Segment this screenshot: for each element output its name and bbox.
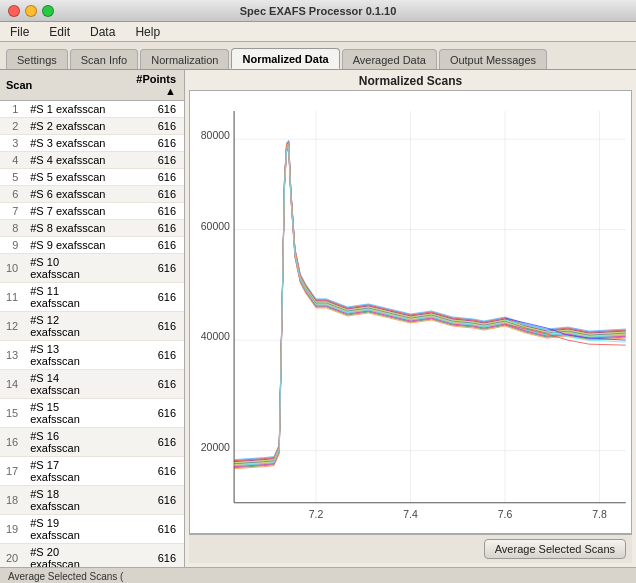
svg-text:40000: 40000 (201, 331, 230, 342)
row-number: 20 (0, 544, 24, 568)
scan-points: 616 (117, 152, 184, 169)
title-bar: Spec EXAFS Processor 0.1.10 (0, 0, 636, 22)
row-number: 17 (0, 457, 24, 486)
minimize-button[interactable] (25, 5, 37, 17)
row-number: 15 (0, 399, 24, 428)
scan-points: 616 (117, 457, 184, 486)
scan-points: 616 (117, 101, 184, 118)
tab-output-messages[interactable]: Output Messages (439, 49, 547, 69)
row-number: 19 (0, 515, 24, 544)
col-header-scan: Scan (0, 70, 117, 101)
scan-name: #S 9 exafsscan (24, 237, 116, 254)
scan-name: #S 17 exafsscan (24, 457, 116, 486)
menu-data[interactable]: Data (86, 24, 119, 40)
menu-bar: File Edit Data Help (0, 22, 636, 42)
table-row[interactable]: 6 #S 6 exafsscan 616 (0, 186, 184, 203)
scan-points: 616 (117, 515, 184, 544)
table-row[interactable]: 10 #S 10 exafsscan 616 (0, 254, 184, 283)
scan-name: #S 1 exafsscan (24, 101, 116, 118)
scan-points: 616 (117, 370, 184, 399)
table-row[interactable]: 18 #S 18 exafsscan 616 (0, 486, 184, 515)
menu-help[interactable]: Help (131, 24, 164, 40)
row-number: 13 (0, 341, 24, 370)
table-row[interactable]: 9 #S 9 exafsscan 616 (0, 237, 184, 254)
scan-points: 616 (117, 254, 184, 283)
row-number: 18 (0, 486, 24, 515)
table-row[interactable]: 20 #S 20 exafsscan 616 (0, 544, 184, 568)
status-left: Average Selected Scans ( (8, 571, 123, 582)
window-title: Spec EXAFS Processor 0.1.10 (240, 5, 397, 17)
tab-normalized-data[interactable]: Normalized Data (231, 48, 339, 69)
table-row[interactable]: 12 #S 12 exafsscan 616 (0, 312, 184, 341)
table-row[interactable]: 4 #S 4 exafsscan 616 (0, 152, 184, 169)
tab-scan-info[interactable]: Scan Info (70, 49, 138, 69)
title-bar-buttons (8, 5, 54, 17)
tab-normalization[interactable]: Normalization (140, 49, 229, 69)
table-row[interactable]: 7 #S 7 exafsscan 616 (0, 203, 184, 220)
tab-averaged-data[interactable]: Averaged Data (342, 49, 437, 69)
menu-file[interactable]: File (6, 24, 33, 40)
scan-points: 616 (117, 169, 184, 186)
table-row[interactable]: 3 #S 3 exafsscan 616 (0, 135, 184, 152)
scan-points: 616 (117, 118, 184, 135)
table-row[interactable]: 2 #S 2 exafsscan 616 (0, 118, 184, 135)
scan-name: #S 18 exafsscan (24, 486, 116, 515)
table-row[interactable]: 15 #S 15 exafsscan 616 (0, 399, 184, 428)
scan-name: #S 7 exafsscan (24, 203, 116, 220)
scan-name: #S 6 exafsscan (24, 186, 116, 203)
table-row[interactable]: 16 #S 16 exafsscan 616 (0, 428, 184, 457)
scan-name: #S 3 exafsscan (24, 135, 116, 152)
row-number: 9 (0, 237, 24, 254)
maximize-button[interactable] (42, 5, 54, 17)
scan-name: #S 20 exafsscan (24, 544, 116, 568)
scan-name: #S 16 exafsscan (24, 428, 116, 457)
table-row[interactable]: 17 #S 17 exafsscan 616 (0, 457, 184, 486)
svg-text:80000: 80000 (201, 130, 230, 141)
table-row[interactable]: 1 #S 1 exafsscan 616 (0, 101, 184, 118)
col-header-points: #Points ▲ (117, 70, 184, 101)
scan-name: #S 14 exafsscan (24, 370, 116, 399)
table-row[interactable]: 5 #S 5 exafsscan 616 (0, 169, 184, 186)
row-number: 1 (0, 101, 24, 118)
scan-name: #S 19 exafsscan (24, 515, 116, 544)
tab-settings[interactable]: Settings (6, 49, 68, 69)
scan-points: 616 (117, 544, 184, 568)
scan-points: 616 (117, 341, 184, 370)
table-row[interactable]: 14 #S 14 exafsscan 616 (0, 370, 184, 399)
row-number: 3 (0, 135, 24, 152)
row-number: 6 (0, 186, 24, 203)
scan-name: #S 10 exafsscan (24, 254, 116, 283)
left-panel: Scan #Points ▲ 1 #S 1 exafsscan 616 2 #S… (0, 70, 185, 567)
table-row[interactable]: 19 #S 19 exafsscan 616 (0, 515, 184, 544)
right-panel: Normalized Scans 80000 60000 40000 20000… (185, 70, 636, 567)
chart-svg: 80000 60000 40000 20000 7.2 7.4 7.6 7.8 (190, 91, 631, 533)
scan-name: #S 4 exafsscan (24, 152, 116, 169)
scan-points: 616 (117, 237, 184, 254)
table-row[interactable]: 11 #S 11 exafsscan 616 (0, 283, 184, 312)
row-number: 16 (0, 428, 24, 457)
menu-edit[interactable]: Edit (45, 24, 74, 40)
average-selected-scans-button[interactable]: Average Selected Scans (484, 539, 626, 559)
scan-name: #S 2 exafsscan (24, 118, 116, 135)
main-content: Scan #Points ▲ 1 #S 1 exafsscan 616 2 #S… (0, 70, 636, 567)
scan-points: 616 (117, 312, 184, 341)
row-number: 7 (0, 203, 24, 220)
close-button[interactable] (8, 5, 20, 17)
svg-text:7.6: 7.6 (498, 509, 513, 520)
tabs-bar: Settings Scan Info Normalization Normali… (0, 42, 636, 70)
svg-text:7.8: 7.8 (592, 509, 607, 520)
scan-name: #S 13 exafsscan (24, 341, 116, 370)
table-row[interactable]: 8 #S 8 exafsscan 616 (0, 220, 184, 237)
row-number: 8 (0, 220, 24, 237)
row-number: 5 (0, 169, 24, 186)
table-row[interactable]: 13 #S 13 exafsscan 616 (0, 341, 184, 370)
svg-text:20000: 20000 (201, 442, 230, 453)
scan-name: #S 12 exafsscan (24, 312, 116, 341)
svg-text:60000: 60000 (201, 221, 230, 232)
status-bar: Average Selected Scans ( (0, 567, 636, 583)
scan-name: #S 8 exafsscan (24, 220, 116, 237)
table-scroll[interactable]: Scan #Points ▲ 1 #S 1 exafsscan 616 2 #S… (0, 70, 184, 567)
scan-points: 616 (117, 399, 184, 428)
row-number: 10 (0, 254, 24, 283)
scan-table: Scan #Points ▲ 1 #S 1 exafsscan 616 2 #S… (0, 70, 184, 567)
